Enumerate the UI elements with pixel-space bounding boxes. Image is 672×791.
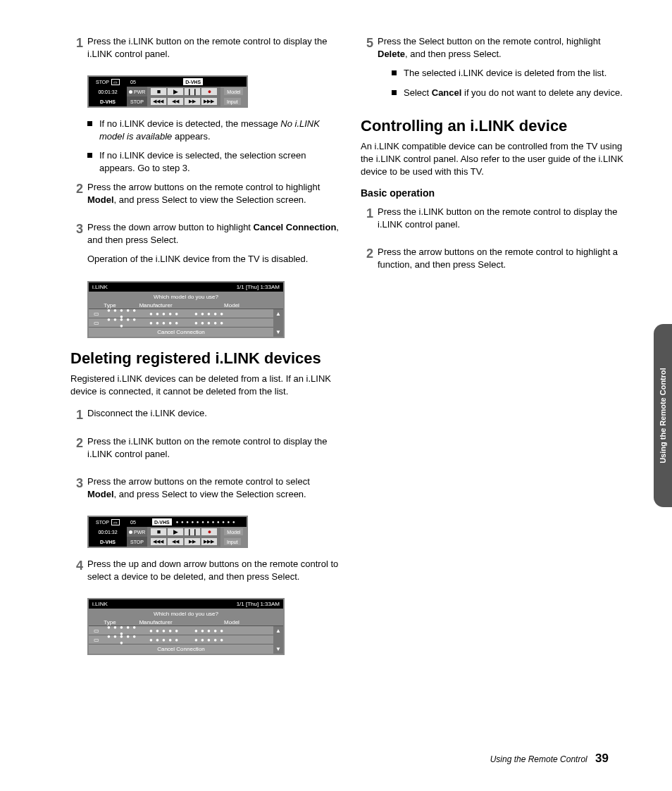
sel-row[interactable]: ▭ ● ● ● ● ● ● ● ● ● ● ● ● ● ● ● ●	[89, 635, 273, 644]
sel-title: i.LINK	[92, 284, 108, 290]
panel-btn-fff[interactable]: ▶▶▶	[201, 538, 217, 545]
intro-controlling: An i.LINK compatible device can be contr…	[361, 140, 630, 177]
ilink-panel-figure-2: STOP ▭ 05 D-VHS ● ● ● ● ● ● ● ● ● ● ● ● …	[87, 516, 340, 548]
del-step-3: 3 Press the arrow buttons on the remote …	[70, 475, 340, 507]
page-footer: Using the Remote Control 39	[490, 752, 609, 766]
panel-btn-stop[interactable]: ■	[151, 528, 166, 535]
panel-btn-rw[interactable]: ◀◀	[168, 98, 183, 105]
panel-input-btn[interactable]: Input	[224, 538, 241, 545]
sel-up-arrow-icon[interactable]: ▲	[273, 309, 283, 318]
device-icon: ▭	[89, 320, 104, 326]
square-bullet-icon	[87, 121, 92, 126]
bullet-item: If no i.LINK device is selected, the sel…	[87, 149, 340, 174]
bullet-item: The selected i.LINK device is deleted fr…	[392, 67, 630, 80]
step-bold: Model	[87, 194, 114, 205]
sel-col-model: Model	[180, 302, 283, 309]
panel-btn-ff[interactable]: ▶▶	[185, 98, 200, 105]
step-text-post: , and then press Select.	[405, 49, 502, 59]
device-icon: ▭	[89, 637, 104, 643]
intro-deleting: Registered i.LINK devices can be deleted…	[70, 373, 340, 397]
del-step-1: 1 Disconnect the i.LINK device.	[70, 407, 340, 427]
bullet-text: If no i.LINK device is selected, the sel…	[99, 149, 340, 174]
panel-btn-rec[interactable]: ●	[201, 88, 217, 95]
sel-dots: ● ● ● ● ●	[139, 320, 189, 326]
panel-input-btn[interactable]: Input	[224, 98, 241, 105]
panel-btn-play[interactable]: ▶	[168, 528, 183, 535]
panel-channel: 05	[127, 517, 139, 527]
panel-btn-rw[interactable]: ◀◀	[168, 538, 183, 545]
sel-dots: ● ● ● ● ●	[189, 628, 273, 634]
heading-deleting: Deleting registered i.LINK devices	[70, 349, 340, 367]
bullet-text: Select	[404, 87, 432, 98]
panel-time: 00:01:32	[89, 87, 127, 96]
panel-stop2: STOP	[127, 96, 147, 106]
step-body: Press the i.LINK button on the remote co…	[87, 35, 340, 67]
side-tab-label: Using the Remote Control	[659, 368, 667, 463]
footer-section: Using the Remote Control	[490, 754, 587, 764]
sel-time: 1/1 [Thu] 1:33AM	[237, 601, 280, 607]
step-3: 3 Press the down arrow button to highlig…	[70, 221, 340, 273]
step-number: 1	[70, 35, 83, 67]
panel-btn-fff[interactable]: ▶▶▶	[201, 98, 217, 105]
sel-down-arrow-icon[interactable]: ▼	[273, 328, 283, 337]
bullet-text-post: if you do not want to delete any device.	[461, 87, 622, 98]
step-number: 2	[361, 246, 373, 278]
bullet-item: Select Cancel if you do not want to dele…	[392, 87, 630, 99]
sel-dots: ● ● ● ● ●	[139, 637, 189, 643]
sel-title: i.LINK	[92, 601, 108, 607]
panel-btn-pause[interactable]: ❙❙	[185, 88, 200, 95]
side-tab: Using the Remote Control	[654, 324, 672, 507]
step-number: 2	[70, 435, 83, 467]
device-icon: ▭	[89, 311, 104, 317]
panel-btn-rrw[interactable]: ◀◀◀	[151, 98, 166, 105]
panel-btn-rrw[interactable]: ◀◀◀	[151, 538, 166, 545]
panel-btn-ff[interactable]: ▶▶	[185, 538, 200, 545]
panel-model-btn[interactable]: Model	[224, 528, 243, 535]
selection-figure-1: i.LINK 1/1 [Thu] 1:33AM Which model do y…	[87, 281, 340, 338]
panel-btn-pause[interactable]: ❙❙	[185, 528, 200, 535]
step-number: 4	[70, 558, 83, 590]
sel-down-arrow-icon[interactable]: ▼	[273, 644, 283, 654]
panel-dots: ● ● ● ● ● ● ● ● ● ● ● ●	[176, 520, 236, 524]
panel-btn-rec[interactable]: ●	[201, 528, 217, 535]
bullet-text: The selected i.LINK device is deleted fr…	[404, 67, 630, 80]
panel-dvhs-badge: D-VHS	[183, 78, 203, 85]
step-number: 2	[70, 181, 83, 213]
step-number: 3	[70, 221, 83, 273]
sel-prompt: Which model do you use?	[89, 609, 283, 619]
step-bold: Model	[87, 489, 114, 499]
power-dot-icon	[129, 90, 132, 94]
basic-step-2: 2 Press the arrow buttons on the remote …	[361, 246, 630, 278]
panel-btn-stop[interactable]: ■	[151, 88, 166, 95]
panel-time: 00:01:32	[89, 527, 127, 537]
sel-dots: ● ● ● ● ● ●	[104, 633, 139, 646]
panel-model-btn[interactable]: Model	[224, 88, 243, 95]
panel-stop-label: STOP	[96, 80, 109, 85]
step-text: Press the arrow buttons on the remote co…	[87, 182, 320, 192]
step-number: 3	[70, 475, 83, 507]
bullet-bold: Cancel	[432, 87, 462, 98]
ilink-panel-figure-1: STOP ▭ 05 D-VHS 00:01:32 PWR ■	[87, 75, 340, 108]
step-text: Press the Select button on the remote co…	[378, 36, 601, 46]
panel-device-label: D-VHS	[89, 96, 127, 106]
step-number: 1	[70, 407, 83, 427]
footer-page-number: 39	[595, 752, 609, 765]
square-bullet-icon	[392, 70, 397, 75]
step-1: 1 Press the i.LINK button on the remote …	[70, 35, 340, 67]
step-text: Press the arrow buttons on the remote co…	[87, 476, 310, 487]
basic-step-1: 1 Press the i.LINK button on the remote …	[361, 206, 630, 237]
sel-up-arrow-icon[interactable]: ▲	[273, 626, 283, 635]
panel-pwr-label: PWR	[134, 89, 145, 94]
panel-dvhs-badge: D-VHS	[152, 518, 172, 525]
bullet-item: If no i.LINK device is detected, the mes…	[87, 118, 340, 142]
step-text-post: , and press Select to view the Selection…	[114, 489, 306, 499]
bullet-text: If no i.LINK device is detected, the mes…	[99, 118, 280, 129]
step-number: 1	[361, 206, 373, 237]
panel-btn-play[interactable]: ▶	[168, 88, 183, 95]
step-text: Press the i.LINK button on the remote co…	[87, 435, 340, 460]
subheading-basic-operation: Basic operation	[361, 187, 630, 199]
sel-row[interactable]: ▭ ● ● ● ● ● ● ● ● ● ● ● ● ● ● ● ●	[89, 318, 273, 328]
step-2: 2 Press the arrow buttons on the remote …	[70, 181, 340, 213]
step-extra: Operation of the i.LINK device from the …	[87, 253, 340, 266]
step-text: Press the up and down arrow buttons on t…	[87, 558, 340, 583]
